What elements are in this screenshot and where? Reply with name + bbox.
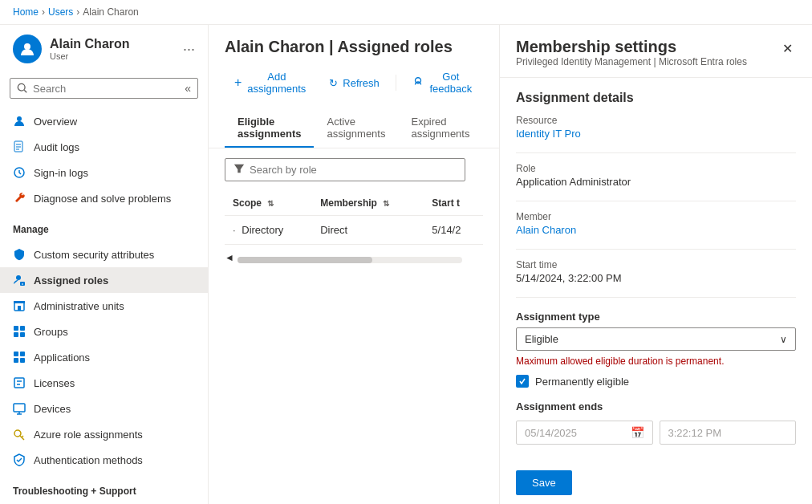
assignment-ends-label: Assignment ends [516, 400, 796, 413]
col-start: Start t [424, 191, 483, 216]
svg-point-3 [17, 116, 22, 121]
sidebar-item-devices-label: Devices [34, 403, 71, 415]
clock-icon [13, 166, 26, 179]
sidebar-item-overview[interactable]: Overview [0, 108, 208, 134]
sidebar-item-diagnose-label: Diagnose and solve problems [34, 193, 171, 205]
sidebar-item-assigned-roles-label: Assigned roles [34, 274, 108, 287]
permanently-eligible-checkbox[interactable] [516, 375, 529, 388]
role-label: Role [516, 163, 796, 174]
content-title: Alain Charon | Assigned roles [225, 38, 483, 56]
collapse-button[interactable]: « [185, 82, 191, 95]
horizontal-scrollbar[interactable] [238, 257, 462, 263]
info-text: Maximum allowed eligible duration is per… [516, 356, 796, 367]
calendar-icon: 📅 [631, 426, 644, 439]
filter-bar[interactable] [225, 158, 465, 181]
panel-title: Membership settings Privileged Identity … [516, 38, 747, 67]
assignment-details-title: Assignment details [516, 91, 796, 105]
table-row[interactable]: · Directory Direct 5/14/2 [225, 216, 483, 245]
svg-line-2 [24, 90, 26, 92]
time-value: 3:22:12 PM [668, 427, 722, 439]
start-time-section: Start time 5/14/2024, 3:22:00 PM [516, 259, 796, 284]
cell-membership: Direct [312, 216, 424, 245]
sidebar-item-azure-role[interactable]: Azure role assignments [0, 421, 208, 447]
start-time-value: 5/14/2024, 3:22:00 PM [516, 272, 796, 284]
feedback-button[interactable]: Got feedback [403, 66, 483, 100]
svg-point-9 [16, 275, 21, 280]
resource-value: Identity IT Pro [516, 128, 796, 140]
breadcrumb-users[interactable]: Users [48, 6, 73, 18]
permanently-eligible-label: Permanently eligible [535, 376, 629, 388]
assignment-ends-section: Assignment ends 05/14/2025 📅 3:22:12 PM [516, 400, 796, 445]
sidebar-item-devices[interactable]: Devices [0, 396, 208, 421]
more-button[interactable]: ··· [183, 41, 195, 58]
sidebar-item-audit-logs[interactable]: Audit logs [0, 134, 208, 160]
person-icon [13, 115, 26, 128]
panel-body: Assignment details Resource Identity IT … [500, 78, 812, 504]
svg-point-1 [18, 83, 25, 91]
checkmark-icon [518, 377, 526, 385]
tab-expired[interactable]: Expired assignments [398, 109, 483, 148]
sidebar-item-custom-security-label: Custom security attributes [34, 249, 154, 261]
sidebar-item-sign-in-logs[interactable]: Sign-in logs [0, 160, 208, 185]
tab-active[interactable]: Active assignments [314, 109, 398, 148]
assignment-details-section: Assignment details Resource Identity IT … [516, 91, 796, 298]
date-value: 05/14/2025 [525, 427, 577, 439]
assignment-type-select[interactable]: Eligible ∨ [516, 327, 796, 351]
breadcrumb-home[interactable]: Home [13, 6, 39, 18]
sidebar-item-assigned-roles[interactable]: Assigned roles [0, 267, 208, 293]
svg-rect-12 [18, 306, 21, 311]
add-assignments-button[interactable]: + Add assignments [225, 66, 316, 100]
sidebar-item-auth-methods[interactable]: Authentication methods [0, 447, 208, 473]
sidebar-item-admin-units[interactable]: Administrative units [0, 293, 208, 319]
sort-icon-membership[interactable]: ⇅ [383, 199, 389, 208]
svg-rect-13 [14, 301, 25, 303]
svg-point-28 [14, 430, 21, 437]
svg-rect-25 [14, 404, 25, 412]
role-search-input[interactable] [250, 164, 457, 176]
breadcrumb: Home › Users › Alain Charon [0, 0, 812, 25]
table-header-row: Scope ⇅ Membership ⇅ Start t [225, 191, 483, 216]
role-section: Role Application Administrator [516, 163, 796, 188]
panel-header: Membership settings Privileged Identity … [500, 25, 812, 78]
divider-4 [516, 297, 796, 298]
assignments-table: Scope ⇅ Membership ⇅ Start t · [225, 191, 483, 245]
sidebar-item-licenses[interactable]: Licenses [0, 370, 208, 396]
permanently-eligible-row[interactable]: Permanently eligible [516, 375, 796, 388]
sidebar-item-overview-label: Overview [34, 116, 77, 128]
save-button[interactable]: Save [516, 470, 572, 495]
scroll-left-arrow[interactable]: ◄ [225, 252, 234, 263]
svg-rect-14 [14, 326, 18, 331]
sidebar-item-admin-units-label: Administrative units [34, 300, 124, 312]
time-input[interactable]: 3:22:12 PM [660, 421, 797, 445]
svg-rect-22 [14, 378, 24, 388]
assignment-type-value: Eligible [525, 333, 558, 345]
sidebar-item-licenses-label: Licenses [34, 377, 75, 389]
tab-eligible[interactable]: Eligible assignments [225, 109, 314, 148]
refresh-icon: ↻ [329, 77, 338, 89]
right-panel: Membership settings Privileged Identity … [499, 25, 812, 504]
doc-icon [13, 140, 26, 153]
shield-attributes-icon [13, 248, 26, 261]
sidebar-item-groups[interactable]: Groups [0, 319, 208, 344]
sidebar-item-sign-in-logs-label: Sign-in logs [34, 167, 88, 179]
search-input[interactable] [33, 83, 180, 95]
sort-icon-scope[interactable]: ⇅ [267, 199, 274, 208]
date-row: 05/14/2025 📅 3:22:12 PM [516, 421, 796, 445]
start-time-label: Start time [516, 259, 796, 270]
content-area: Alain Charon | Assigned roles + Add assi… [209, 25, 499, 504]
search-icon [17, 83, 28, 94]
nav-section: Overview Audit logs Sign-in logs Diagnos… [0, 105, 208, 214]
avatar [13, 35, 42, 63]
col-scope: Scope ⇅ [225, 191, 312, 216]
close-button[interactable]: ✕ [779, 38, 796, 59]
cell-start: 5/14/2 [424, 216, 483, 245]
feedback-icon [412, 76, 424, 90]
sidebar-item-diagnose[interactable]: Diagnose and solve problems [0, 185, 208, 211]
refresh-button[interactable]: ↻ Refresh [319, 72, 389, 94]
sidebar-item-applications[interactable]: Applications [0, 344, 208, 370]
date-input[interactable]: 05/14/2025 📅 [516, 421, 653, 445]
toolbar: + Add assignments ↻ Refresh Got feedback [225, 66, 483, 100]
svg-rect-18 [14, 352, 18, 356]
search-box[interactable]: « [10, 78, 198, 99]
sidebar-item-custom-security[interactable]: Custom security attributes [0, 242, 208, 267]
